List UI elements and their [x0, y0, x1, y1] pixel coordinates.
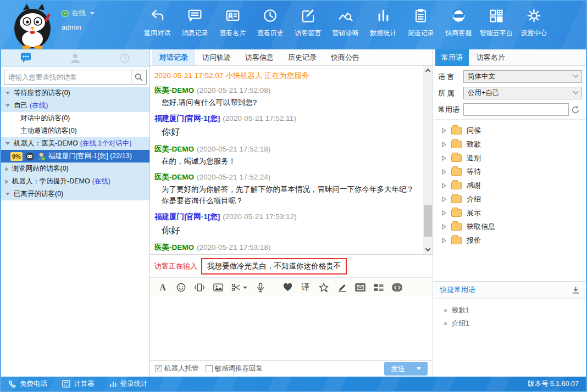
nav-view-history[interactable]: 查看历史 [252, 8, 290, 38]
shake-window-icon[interactable] [194, 283, 205, 292]
expand-triangle-icon[interactable] [442, 224, 446, 229]
tab-visit-track[interactable]: 访问轨迹 [195, 49, 238, 65]
nav-message-records[interactable]: 消息记录 [176, 8, 214, 38]
expand-triangle-icon[interactable] [442, 210, 446, 216]
gear-icon [526, 8, 542, 24]
favorites-heart-icon[interactable] [283, 283, 292, 292]
phrase-search-input[interactable] [463, 103, 569, 116]
nav-data-statistics[interactable]: 数据统计 [364, 8, 402, 38]
tree-row-in-chat[interactable]: 对话中的访客(0) [1, 112, 149, 125]
owner-select[interactable]: 公用+自己 [463, 87, 582, 99]
tree-row-left-visitors[interactable]: 已离开的访客(0) [1, 188, 149, 200]
nav-kuaishang-service[interactable]: 快商客服 [440, 8, 478, 38]
tree-row-self[interactable]: 自己 (在线) [1, 99, 149, 112]
expand-icon[interactable] [5, 104, 10, 107]
scrollbar-thumb[interactable] [424, 205, 432, 237]
refresh-button[interactable] [569, 103, 582, 116]
image-icon[interactable] [213, 283, 223, 292]
expand-triangle-icon[interactable] [442, 238, 446, 243]
nav-view-card[interactable]: 查看名片 [214, 8, 252, 38]
tree-row-robot-yimei[interactable]: 机器人：医美-DEMO (在线,1个对话中) [1, 137, 149, 150]
tab-common-phrases[interactable]: 常用语 [435, 49, 469, 66]
tree-row-invited[interactable]: 主动邀请的访客(0) [1, 125, 149, 137]
collapse-icon[interactable] [5, 167, 8, 171]
sidebar-tab-chats[interactable] [1, 49, 51, 66]
expand-triangle-icon[interactable] [442, 128, 446, 133]
tree-row-robot-xueli[interactable]: 机器人：学历提升-DEMO (在线) [1, 175, 149, 188]
tree-row-selected-visitor[interactable]: 9% N 福建厦门|官网-1[您] (22/13) [1, 150, 149, 163]
expand-triangle-icon[interactable] [442, 169, 446, 175]
signature-pen-icon[interactable] [337, 283, 347, 292]
nav-smart-cloud[interactable]: 智能云平台 [478, 8, 516, 38]
message-time: (2020-05-21 17:52:18) [197, 145, 270, 153]
calculator-button[interactable]: 计算器 [62, 379, 95, 389]
expand-icon[interactable] [5, 193, 10, 195]
send-button-divider [412, 365, 412, 373]
quick-phrase-item[interactable]: 介绍1 [434, 317, 586, 330]
expand-triangle-icon[interactable] [442, 142, 446, 147]
expand-icon[interactable] [5, 142, 10, 145]
grid-plus-icon [488, 8, 504, 24]
nav-marketing-diagnosis[interactable]: 营销诊断 [327, 8, 365, 38]
scroll-down-button[interactable] [423, 245, 433, 254]
nav-settings-center[interactable]: 设置中心 [515, 8, 553, 38]
status-label: 在线 [71, 8, 86, 18]
tree-row-browsing[interactable]: 浏览网站的访客(0) [1, 163, 149, 175]
folder-introduction[interactable]: 介绍 [434, 192, 586, 206]
mail-icon[interactable] [355, 283, 366, 292]
expand-triangle-icon[interactable] [442, 197, 446, 202]
sensitive-word-checkbox[interactable] [206, 365, 213, 372]
language-select[interactable]: 简体中文 [463, 70, 582, 83]
tab-history-record[interactable]: 历史记录 [281, 49, 324, 65]
agent-status-block: 在线 admin [62, 8, 95, 31]
sidebar-tab-colleagues[interactable] [51, 49, 100, 66]
nav-channel-records[interactable]: 渠道记录 [402, 8, 440, 38]
folder-display[interactable]: 展示 [434, 206, 586, 220]
emoji-icon[interactable] [176, 283, 186, 292]
voice-icon[interactable] [256, 283, 265, 293]
expand-triangle-icon[interactable] [442, 155, 446, 161]
sidebar-tab-recent[interactable] [100, 49, 149, 66]
tab-announcement[interactable]: 快商公告 [324, 49, 367, 65]
translate-icon[interactable]: 译 [301, 282, 311, 293]
collapse-icon[interactable] [5, 180, 8, 184]
tab-visitor-info[interactable]: 访客信息 [238, 49, 281, 65]
folder-farewell[interactable]: 道别 [434, 151, 586, 165]
code-icon[interactable] [392, 283, 402, 292]
expand-triangle-icon[interactable] [442, 183, 446, 188]
visitor-search-input[interactable] [4, 70, 131, 85]
folder-greeting[interactable]: 问候 [434, 124, 586, 137]
quick-phrases-title: 快捷常用语 [440, 285, 475, 295]
quick-phrase-item[interactable]: 致歉1 [434, 304, 586, 317]
nav-return-chat[interactable]: 返回对话 [139, 8, 176, 38]
tab-chat-record[interactable]: 对话记录 [152, 49, 195, 65]
message-text: 你好 [162, 223, 418, 238]
scroll-up-button[interactable] [423, 66, 433, 75]
free-call-button[interactable]: 免费电话 [8, 379, 47, 389]
folder-quotation[interactable]: 报价 [434, 233, 586, 247]
quick-reply-list-icon[interactable] [374, 283, 384, 292]
folder-get-info[interactable]: 获取信息 [434, 220, 586, 233]
send-button[interactable]: 发送 [384, 362, 428, 376]
folder-apology[interactable]: 致歉 [434, 137, 586, 151]
tab-visitor-card[interactable]: 访客名片 [470, 49, 511, 66]
header-nav: 返回对话 消息记录 查看名片 查看历史 访客留言 营销诊断 [139, 8, 553, 38]
expand-icon[interactable] [5, 92, 10, 94]
folder-thanks[interactable]: 感谢 [434, 178, 586, 192]
screenshot-dropdown-caret[interactable] [243, 287, 247, 289]
robot-host-checkbox[interactable] [155, 365, 162, 372]
send-dropdown-caret[interactable] [417, 367, 421, 370]
search-button[interactable] [131, 70, 147, 85]
message-scrollbar[interactable] [423, 66, 433, 254]
folder-wait[interactable]: 等待 [434, 165, 586, 178]
screenshot-scissors-icon[interactable] [231, 283, 247, 292]
font-icon[interactable]: A [158, 283, 168, 293]
nav-visitor-message[interactable]: 访客留言 [289, 8, 327, 38]
login-stats-button[interactable]: 登录统计 [109, 379, 148, 389]
phrase-search-label: 常用语 [438, 105, 463, 115]
download-icon[interactable] [572, 286, 580, 294]
status-selector[interactable]: 在线 [62, 8, 95, 18]
compose-textarea[interactable] [150, 297, 433, 360]
star-collect-icon[interactable] [319, 283, 329, 292]
tree-row-waiting[interactable]: 等待应答的访客(0) [1, 87, 149, 99]
